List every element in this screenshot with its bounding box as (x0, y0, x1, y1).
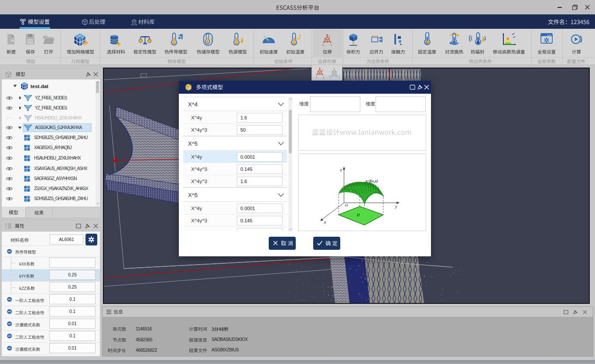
svg-text:D: D (356, 213, 360, 217)
svg-text:x: x (323, 44, 324, 46)
svg-text:O: O (345, 203, 348, 208)
svg-text:x: x (316, 76, 317, 78)
svg-text:y: y (395, 204, 397, 209)
svg-text:x: x (324, 220, 326, 225)
svg-text:z: z (340, 168, 342, 172)
svg-text:z: z (322, 69, 323, 71)
svg-text:z: z (329, 35, 330, 37)
svg-text:y: y (331, 44, 332, 46)
svg-text:z=f(x,y): z=f(x,y) (365, 179, 378, 183)
svg-text:y: y (323, 76, 324, 78)
